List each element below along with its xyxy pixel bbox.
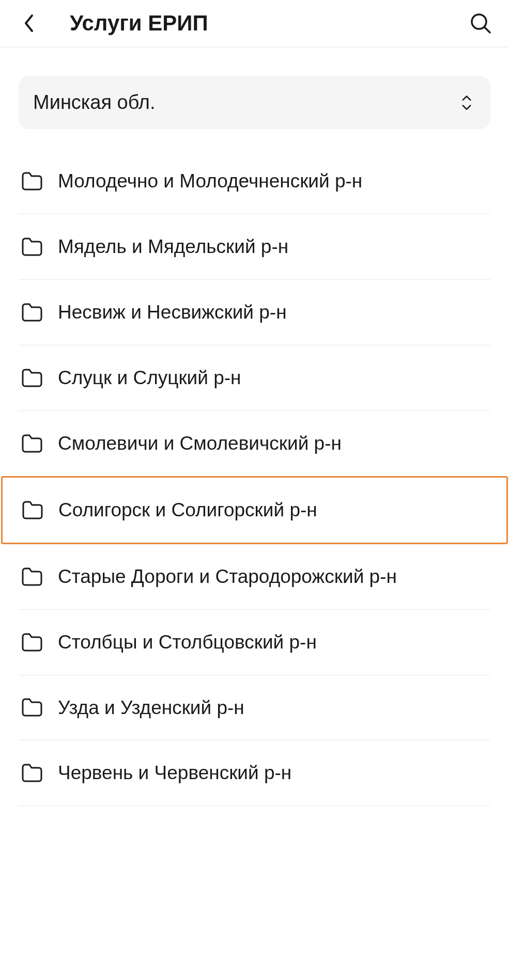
list-item[interactable]: Слуцк и Слуцкий р-н	[19, 345, 490, 411]
folder-icon	[21, 235, 43, 258]
list-item-label: Несвиж и Несвижский р-н	[58, 299, 287, 325]
folder-icon	[21, 631, 43, 654]
list-item-label: Смолевичи и Смолевичский р-н	[58, 431, 342, 456]
list-item-label: Узда и Узденский р-н	[58, 695, 244, 721]
chevron-left-icon	[23, 13, 34, 33]
sort-icon	[457, 93, 476, 112]
list-item-label: Столбцы и Столбцовский р-н	[58, 629, 317, 655]
list-item-label: Молодечно и Молодечненский р-н	[58, 168, 362, 194]
search-icon	[469, 12, 492, 35]
region-selector[interactable]: Минская обл.	[19, 76, 490, 129]
region-selector-label: Минская обл.	[33, 91, 156, 114]
list-item[interactable]: Несвиж и Несвижский р-н	[19, 280, 490, 345]
folder-icon	[21, 170, 43, 193]
folder-icon	[21, 499, 44, 521]
back-button[interactable]	[16, 10, 41, 36]
page-title: Услуги ЕРИП	[70, 11, 468, 36]
list-item[interactable]: Мядель и Мядельский р-н	[19, 214, 490, 280]
list-item-label: Старые Дороги и Стародорожский р-н	[58, 564, 397, 590]
list-item[interactable]: Червень и Червенский р-н	[19, 740, 490, 806]
list-item[interactable]: Узда и Узденский р-н	[19, 675, 490, 741]
list-item-label: Солигорск и Солигорский р-н	[58, 497, 317, 523]
region-list: Молодечно и Молодечненский р-нМядель и М…	[19, 149, 490, 806]
list-item[interactable]: Солигорск и Солигорский р-н	[1, 476, 508, 544]
folder-icon	[21, 367, 43, 389]
list-item[interactable]: Столбцы и Столбцовский р-н	[19, 610, 490, 675]
folder-icon	[21, 432, 43, 455]
folder-icon	[21, 301, 43, 324]
folder-icon	[21, 762, 43, 784]
list-item-label: Мядель и Мядельский р-н	[58, 234, 288, 260]
list-item-label: Слуцк и Слуцкий р-н	[58, 365, 241, 391]
list-item[interactable]: Молодечно и Молодечненский р-н	[19, 149, 490, 214]
folder-icon	[21, 565, 43, 588]
content: Минская обл. Молодечно и Молодечненский …	[0, 48, 509, 806]
search-button[interactable]	[468, 10, 493, 36]
list-item[interactable]: Старые Дороги и Стародорожский р-н	[19, 544, 490, 610]
list-item-label: Червень и Червенский р-н	[58, 760, 291, 786]
list-item[interactable]: Смолевичи и Смолевичский р-н	[19, 411, 490, 476]
header: Услуги ЕРИП	[0, 0, 509, 48]
folder-icon	[21, 696, 43, 719]
